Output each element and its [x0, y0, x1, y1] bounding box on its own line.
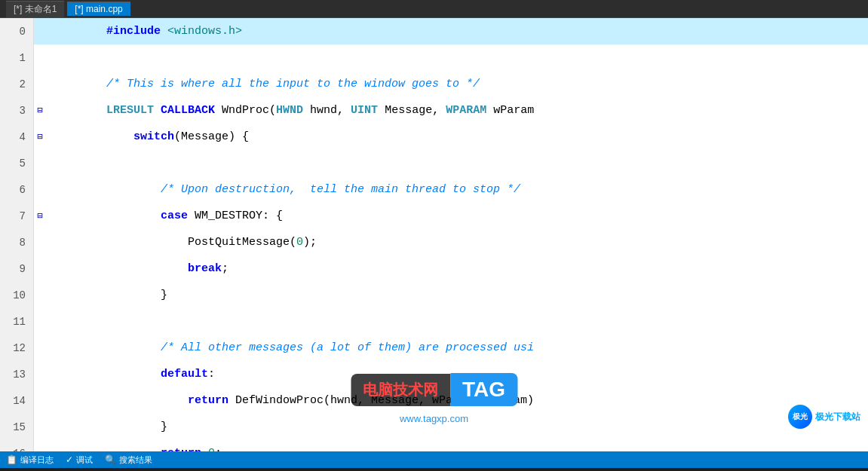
fold-icon-12 — [34, 335, 46, 361]
line-number-3: 3 — [0, 97, 34, 124]
line-number-1: 1 — [0, 44, 34, 71]
status-bar: 📋 编译日志 ✓ 调试 🔍 搜索结果 — [0, 451, 868, 468]
line-number-9: 9 — [0, 255, 34, 282]
line-number-2: 2 — [0, 71, 34, 97]
fold-icon-4[interactable]: ⊟ — [34, 124, 46, 150]
line-number-5: 5 — [0, 150, 34, 176]
code-line-16: 16 return 0; — [0, 440, 868, 451]
code-content-16: return 0; — [46, 414, 222, 451]
title-bar: [*] 未命名1 [*] main.cpp — [0, 0, 868, 18]
fold-icon-13 — [34, 361, 46, 387]
fold-icon-9 — [34, 255, 46, 282]
code-line-10: 10 } — [0, 282, 868, 308]
fold-icon-14 — [34, 387, 46, 414]
line-number-7: 7 — [0, 203, 34, 229]
fold-icon-7[interactable]: ⊟ — [34, 203, 46, 229]
tab-unnamed[interactable]: [*] 未命名1 — [6, 1, 64, 17]
line-number-6: 6 — [0, 176, 34, 203]
code-line-4: 4 ⊟ switch(Message) { — [0, 124, 868, 150]
fold-icon-1 — [34, 44, 46, 71]
status-debug[interactable]: ✓ 调试 — [66, 454, 93, 466]
fold-icon-16 — [34, 440, 46, 451]
code-line-0: 0 #include <windows.h> — [0, 18, 868, 44]
search-results-icon: 🔍 — [105, 454, 116, 465]
line-number-12: 12 — [0, 335, 34, 361]
fold-icon-0[interactable] — [34, 18, 46, 44]
line-number-10: 10 — [0, 282, 34, 308]
watermark-url: www.tagxp.com — [400, 413, 468, 424]
fold-icon-2 — [34, 71, 46, 97]
status-search[interactable]: 🔍 搜索结果 — [105, 454, 152, 466]
fold-icon-5 — [34, 150, 46, 176]
watermark-tag: TAG — [450, 373, 517, 406]
watermark: 电脑技术网 TAG www.tagxp.com — [351, 373, 517, 406]
line-number-14: 14 — [0, 387, 34, 414]
fold-icon-10 — [34, 282, 46, 308]
watermark-site-text: 电脑技术网 — [351, 374, 450, 406]
line-number-16: 16 — [0, 440, 34, 451]
status-compile-log[interactable]: 📋 编译日志 — [6, 454, 54, 466]
debug-icon: ✓ — [66, 454, 73, 465]
line-number-8: 8 — [0, 229, 34, 255]
line-number-13: 13 — [0, 361, 34, 387]
tab-main-cpp[interactable]: [*] main.cpp — [67, 2, 130, 16]
fold-icon-11 — [34, 308, 46, 335]
fold-icon-8 — [34, 229, 46, 255]
line-number-4: 4 — [0, 124, 34, 150]
line-number-15: 15 — [0, 414, 34, 440]
logo-circle-icon: 极光 — [788, 405, 812, 429]
bottom-logo: 极光 极光下载站 — [788, 405, 860, 429]
compile-log-icon: 📋 — [6, 454, 17, 465]
logo-text: 极光下载站 — [815, 411, 860, 424]
editor: 0 #include <windows.h> 1 2 /* This is wh… — [0, 18, 868, 451]
line-number-0: 0 — [0, 18, 34, 44]
fold-icon-15 — [34, 414, 46, 440]
fold-icon-3[interactable]: ⊟ — [34, 97, 46, 124]
line-number-11: 11 — [0, 308, 34, 335]
fold-icon-6 — [34, 176, 46, 203]
